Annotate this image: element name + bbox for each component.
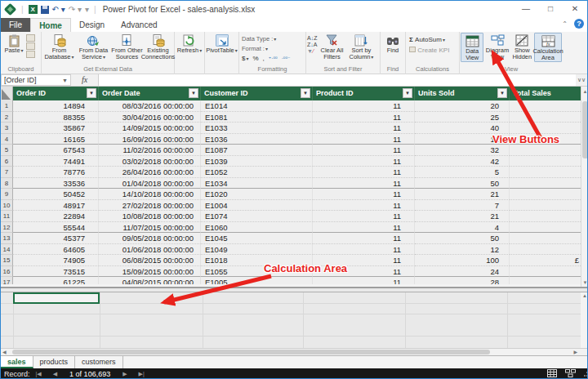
cell[interactable]: E1049 bbox=[201, 244, 313, 256]
create-kpi-button[interactable]: Create KPI bbox=[409, 43, 449, 54]
filter-icon[interactable]: ▼ bbox=[189, 88, 198, 98]
diagram-view-button[interactable]: Diagram View bbox=[484, 33, 510, 60]
cell[interactable] bbox=[510, 211, 581, 222]
cell[interactable]: E1081 bbox=[201, 112, 313, 123]
data-type-dropdown[interactable]: Data Type : bbox=[242, 35, 303, 42]
clear-sort-icon[interactable]: ▼⁄ bbox=[307, 48, 317, 54]
first-record-icon[interactable]: |◀ bbox=[36, 371, 42, 377]
cell[interactable] bbox=[510, 266, 581, 278]
cell[interactable] bbox=[510, 156, 581, 167]
row-header[interactable]: 17 bbox=[1, 277, 13, 284]
row-header[interactable]: 10 bbox=[1, 200, 13, 212]
cell[interactable] bbox=[510, 167, 581, 178]
cell[interactable]: 01/04/2018 00:00:00 bbox=[99, 178, 201, 190]
row-header[interactable]: 3 bbox=[1, 123, 13, 134]
cell[interactable]: 11 bbox=[313, 244, 415, 256]
selected-calculation-cell[interactable] bbox=[13, 292, 100, 304]
minimize-button[interactable]: — bbox=[514, 1, 538, 18]
horizontal-scrollbar[interactable]: ◀ ▶ bbox=[1, 348, 588, 355]
cell[interactable]: 15/09/2015 00:00:00 bbox=[99, 266, 201, 278]
table-row[interactable]: 176122504/08/2015 00:00:00E10051128 bbox=[1, 277, 581, 284]
name-box[interactable]: [Order ID] ▼ bbox=[1, 74, 71, 86]
cell[interactable]: 30/04/2016 00:00:00 bbox=[99, 112, 201, 123]
cell[interactable]: 01/06/2018 00:00:00 bbox=[99, 244, 201, 256]
from-other-sources-button[interactable]: From Other Sources bbox=[111, 33, 143, 60]
cell[interactable]: 14894 bbox=[13, 100, 99, 112]
tab-home[interactable]: Home bbox=[30, 18, 71, 32]
cell[interactable]: 11 bbox=[313, 123, 415, 134]
formula-input[interactable] bbox=[99, 74, 576, 86]
row-header[interactable]: 11 bbox=[1, 211, 13, 222]
row-header[interactable]: 4 bbox=[1, 134, 13, 145]
from-database-button[interactable]: From Database bbox=[42, 33, 76, 60]
cell[interactable] bbox=[510, 178, 581, 190]
cell[interactable]: 11 bbox=[313, 167, 415, 178]
copy-icon[interactable] bbox=[26, 34, 35, 42]
cell[interactable]: E1036 bbox=[201, 134, 313, 145]
cell[interactable]: 42 bbox=[415, 156, 510, 167]
cell[interactable]: 7 bbox=[415, 200, 510, 212]
next-record-icon[interactable]: ▶ bbox=[122, 371, 127, 377]
statusbar-diagram-view-icon[interactable] bbox=[565, 369, 576, 377]
cell[interactable]: E1014 bbox=[201, 100, 313, 112]
column-header-order-id[interactable]: Order ID▼ bbox=[13, 87, 99, 100]
cell[interactable]: E1052 bbox=[201, 167, 313, 178]
cell[interactable]: 5 bbox=[415, 167, 510, 178]
scroll-up-icon[interactable]: ▲ bbox=[581, 89, 588, 94]
cell[interactable]: E1034 bbox=[201, 178, 313, 190]
cell[interactable]: 11 bbox=[313, 277, 415, 284]
row-header[interactable]: 6 bbox=[1, 156, 13, 167]
cell[interactable]: 4 bbox=[415, 222, 510, 234]
row-header[interactable]: 13 bbox=[1, 233, 13, 244]
save-icon[interactable] bbox=[41, 6, 49, 14]
decrease-decimal-icon[interactable]: ·⁰⁰⁻ bbox=[282, 56, 291, 62]
column-header-order-date[interactable]: Order Date▼ bbox=[99, 87, 201, 100]
statusbar-data-view-icon[interactable] bbox=[547, 369, 557, 377]
cell[interactable]: 10/08/2018 00:00:00 bbox=[99, 211, 201, 222]
cell[interactable]: 11 bbox=[313, 178, 415, 190]
from-data-service-button[interactable]: From Data Service bbox=[76, 33, 111, 60]
cell[interactable]: 11 bbox=[313, 112, 415, 123]
cell[interactable]: 48917 bbox=[13, 200, 99, 212]
cell[interactable]: 61225 bbox=[13, 277, 99, 284]
cell[interactable]: 09/05/2018 00:00:00 bbox=[99, 233, 201, 244]
calculation-area-splitter[interactable] bbox=[1, 287, 588, 292]
sort-by-column-button[interactable]: Sort by Column bbox=[346, 33, 376, 60]
cell[interactable]: 11/02/2016 00:00:00 bbox=[99, 145, 201, 156]
cell[interactable] bbox=[510, 200, 581, 212]
table-row[interactable]: 146460501/06/2018 00:00:00E10491112 bbox=[1, 244, 581, 256]
cell[interactable] bbox=[510, 100, 581, 112]
redo-icon[interactable]: ↷ ▾ bbox=[69, 5, 82, 15]
cell[interactable]: 100 bbox=[415, 255, 510, 266]
sheet-tab-products[interactable]: products bbox=[33, 356, 76, 368]
row-header[interactable]: 9 bbox=[1, 189, 13, 200]
cell[interactable] bbox=[510, 233, 581, 244]
cell[interactable] bbox=[510, 112, 581, 123]
paste-append-icon[interactable] bbox=[26, 51, 35, 58]
table-row[interactable]: 125554411/07/2015 00:00:00E1060114 bbox=[1, 222, 581, 234]
cell[interactable]: 16/09/2016 00:00:00 bbox=[99, 134, 201, 145]
filter-icon[interactable]: ▼ bbox=[497, 88, 507, 98]
column-header-customer-id[interactable]: Customer ID▼ bbox=[201, 87, 313, 100]
resize-grip[interactable] bbox=[581, 372, 588, 378]
customize-qat-icon[interactable]: ▾ bbox=[85, 5, 89, 15]
cell[interactable]: E1045 bbox=[201, 233, 313, 244]
tab-design[interactable]: Design bbox=[71, 18, 113, 32]
cell[interactable]: 11 bbox=[313, 222, 415, 234]
paste-button[interactable]: Paste bbox=[2, 33, 26, 54]
collapse-ribbon-icon[interactable]: ⌃ bbox=[562, 20, 568, 28]
cell[interactable]: 24 bbox=[415, 266, 510, 278]
row-header[interactable]: 12 bbox=[1, 222, 13, 234]
table-row[interactable]: 104891727/02/2018 00:00:00E1004117 bbox=[1, 200, 581, 212]
table-row[interactable]: 77877626/04/2016 00:00:00E1052115 bbox=[1, 167, 581, 178]
column-header-units-sold[interactable]: Units Sold▼ bbox=[415, 87, 510, 100]
cell[interactable]: 78776 bbox=[13, 167, 99, 178]
table-row[interactable]: 134537709/05/2018 00:00:00E10451150 bbox=[1, 233, 581, 244]
cell[interactable]: 11/07/2015 00:00:00 bbox=[99, 222, 201, 234]
cell[interactable]: 67543 bbox=[13, 145, 99, 156]
cell[interactable]: E1033 bbox=[201, 123, 313, 134]
last-record-icon[interactable]: ▶| bbox=[139, 371, 145, 377]
cell[interactable]: E1039 bbox=[201, 156, 313, 167]
sort-za-icon[interactable]: Z↓A bbox=[307, 42, 317, 47]
paste-special-icon[interactable] bbox=[26, 42, 35, 50]
